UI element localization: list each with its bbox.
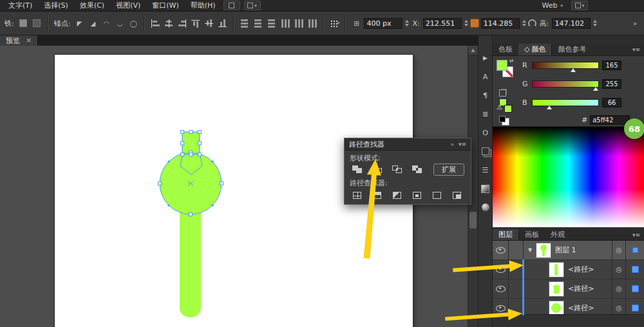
layer-name[interactable]: <路径>	[568, 303, 612, 313]
anchor-point[interactable]	[189, 213, 193, 216]
distribute-bottom-icon[interactable]	[266, 17, 278, 29]
document-tab[interactable]: 预览 ×	[0, 35, 38, 46]
path-row[interactable]: <路径> ◎	[493, 279, 644, 299]
trim-button[interactable]	[368, 189, 385, 201]
red-slider[interactable]	[532, 62, 599, 69]
target-icon[interactable]: ◎	[612, 241, 625, 259]
lock-toggle[interactable]	[509, 241, 524, 259]
symbols-panel-icon[interactable]	[480, 147, 491, 156]
color-spectrum[interactable]	[493, 126, 644, 227]
appearance-panel-icon[interactable]	[480, 203, 491, 212]
slider-thumb[interactable]	[571, 68, 576, 72]
slider-thumb[interactable]	[547, 106, 552, 109]
paragraph-panel-icon[interactable]: ¶	[480, 91, 491, 100]
y-field[interactable]	[481, 18, 520, 29]
distribute-left-icon[interactable]	[279, 17, 291, 29]
control-bar-overflow-icon[interactable]: »	[629, 17, 641, 29]
workspace-switcher[interactable]: Web ▾	[542, 1, 564, 10]
merge-button[interactable]	[388, 189, 405, 201]
anchor-point[interactable]	[158, 182, 162, 185]
layers-tab[interactable]: 图层	[493, 229, 519, 240]
type-panel-icon[interactable]: A	[480, 72, 491, 81]
close-icon[interactable]: ×	[26, 37, 32, 44]
bridge-icon[interactable]	[223, 1, 240, 10]
size-field[interactable]	[364, 18, 402, 29]
selection-cell[interactable]	[625, 260, 644, 279]
color-guide-tab[interactable]: 颜色参考	[552, 44, 592, 55]
gradient-panel-icon[interactable]	[480, 184, 491, 193]
distribute-hcenter-icon[interactable]	[293, 17, 305, 29]
align-middle-icon[interactable]	[204, 17, 215, 29]
lock-toggle[interactable]	[509, 260, 524, 279]
layer-name[interactable]: 图层 1	[555, 245, 612, 255]
divide-button[interactable]	[348, 189, 365, 201]
color-tab[interactable]: ◇ 颜色	[518, 44, 552, 55]
y-stepper[interactable]	[522, 20, 526, 26]
web-safe-cube-icon[interactable]	[499, 89, 506, 97]
align-right-icon[interactable]	[176, 17, 188, 29]
minus-back-button[interactable]	[448, 189, 465, 201]
green-slider[interactable]	[532, 80, 599, 88]
target-icon[interactable]: ◎	[612, 260, 625, 279]
stem-path[interactable]	[180, 199, 201, 317]
gamut-warning-icon[interactable]: ⚠	[497, 104, 502, 111]
tabs-panel-icon[interactable]: ≣	[480, 109, 491, 118]
selection-handle[interactable]	[189, 153, 193, 156]
outline-button[interactable]	[428, 189, 445, 201]
anchor-dot[interactable]	[212, 161, 214, 163]
collapse-panel-icon[interactable]: »	[450, 141, 454, 147]
convert-anchor-icon[interactable]: ◤	[73, 17, 85, 29]
constrain-proportions-icon[interactable]	[528, 19, 536, 28]
minus-front-button[interactable]	[368, 163, 385, 176]
visibility-toggle[interactable]	[493, 279, 509, 298]
panel-menu-icon[interactable]: ▾≡	[632, 46, 640, 53]
anchor-smooth-icon[interactable]	[31, 17, 43, 29]
target-icon[interactable]: ◎	[612, 279, 625, 298]
anchor-dot[interactable]	[168, 161, 170, 163]
exclude-button[interactable]	[408, 163, 425, 176]
black-white-swatches[interactable]	[499, 116, 506, 122]
selection-cell[interactable]	[625, 241, 644, 259]
red-value-field[interactable]	[602, 61, 621, 70]
selection-handle[interactable]	[198, 131, 202, 134]
layer-row[interactable]: ▼ 图层 1 ◎	[493, 241, 644, 260]
height-stepper[interactable]	[593, 20, 597, 26]
crop-button[interactable]	[408, 189, 425, 201]
distribute-top-icon[interactable]	[239, 17, 251, 29]
layer-name[interactable]: <路径>	[568, 284, 612, 294]
distribute-right-icon[interactable]	[307, 17, 318, 29]
selection-handle[interactable]	[181, 131, 184, 134]
height-field[interactable]	[552, 18, 591, 29]
menu-item-select[interactable]: 选择(S)	[38, 0, 74, 12]
blue-slider[interactable]	[532, 99, 599, 106]
hex-field[interactable]	[590, 115, 630, 125]
selection-handle[interactable]	[181, 153, 184, 156]
menu-item-effect[interactable]: 效果(C)	[74, 0, 110, 12]
visibility-toggle[interactable]	[493, 241, 509, 259]
anchor-corner-icon[interactable]	[17, 17, 29, 29]
selection-cell[interactable]	[625, 279, 644, 298]
selection-handle[interactable]	[198, 153, 202, 156]
x-stepper[interactable]	[464, 20, 468, 26]
align-center-icon[interactable]	[163, 17, 175, 29]
x-field[interactable]	[423, 18, 462, 29]
unite-button[interactable]	[348, 163, 365, 176]
scrollbar-thumb[interactable]	[469, 212, 477, 229]
artboards-tab[interactable]: 画板	[519, 229, 545, 240]
visibility-toggle[interactable]	[493, 260, 509, 279]
show-handles-icon[interactable]: ◠	[100, 17, 112, 29]
align-left-icon[interactable]	[149, 17, 161, 29]
lock-toggle[interactable]	[509, 279, 524, 298]
selection-handle[interactable]	[189, 131, 193, 134]
in-gamut-color-swatch[interactable]	[504, 105, 512, 113]
path-row[interactable]: <路径> ◎	[493, 260, 644, 279]
align-bottom-icon[interactable]	[217, 17, 229, 29]
panel-menu-icon[interactable]: ▾≡	[632, 232, 640, 238]
expand-triangle-icon[interactable]: ▼	[524, 247, 536, 253]
slider-thumb[interactable]	[593, 87, 598, 91]
arrange-documents-icon[interactable]: ▾	[244, 1, 261, 10]
layout-menu-icon[interactable]: ▾	[571, 1, 588, 10]
menu-item-type[interactable]: 文字(T)	[3, 0, 38, 12]
layer-thumbnail[interactable]	[549, 263, 564, 277]
menu-item-help[interactable]: 帮助(H)	[185, 0, 222, 12]
